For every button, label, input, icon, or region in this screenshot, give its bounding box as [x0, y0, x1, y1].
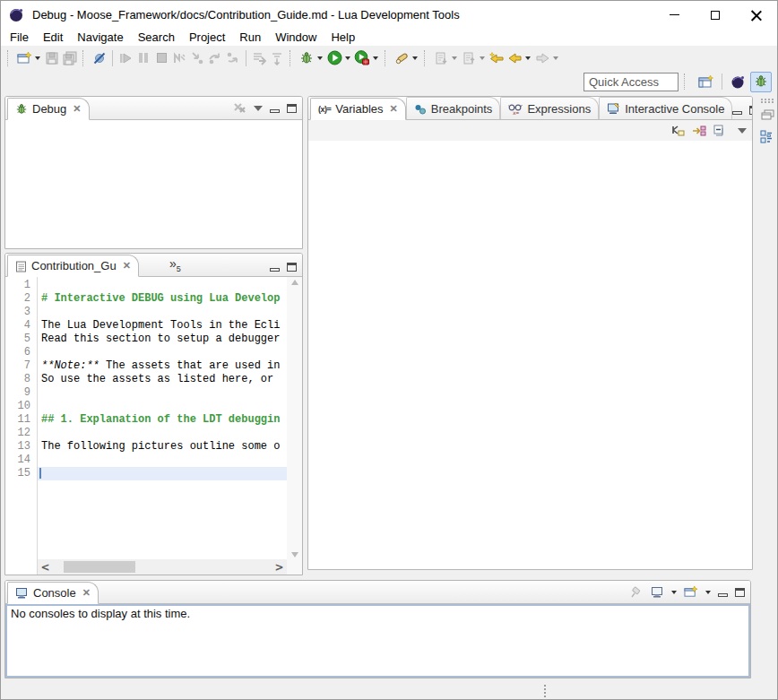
use-step-filters-button[interactable]: [268, 48, 286, 68]
save-button[interactable]: [43, 48, 61, 68]
forward-button[interactable]: [533, 48, 551, 68]
tab-editor-close-icon[interactable]: ✕: [121, 260, 131, 272]
forward-dropdown-caret[interactable]: [553, 56, 558, 60]
coverage-dropdown-caret[interactable]: [373, 56, 378, 60]
window-close-icon[interactable]: [736, 1, 777, 29]
next-annotation-dropdown-caret[interactable]: [452, 56, 457, 60]
menu-run[interactable]: Run: [232, 30, 268, 44]
editor-vertical-scrollbar[interactable]: [287, 277, 302, 575]
display-console-dropdown-caret[interactable]: [671, 591, 677, 594]
editor-text-area[interactable]: # Interactive DEBUG using Lua DevelopThe…: [38, 277, 287, 559]
restore-views-icon[interactable]: [761, 109, 774, 121]
terminate-button[interactable]: [152, 48, 170, 68]
menu-file[interactable]: File: [3, 30, 36, 44]
step-into-button[interactable]: [188, 48, 206, 68]
tab-interactive-console[interactable]: Interactive Console: [599, 97, 732, 119]
menu-project[interactable]: Project: [182, 30, 232, 44]
window-maximize-icon[interactable]: [695, 1, 736, 29]
last-edit-location-icon: [488, 51, 505, 65]
tab-variables[interactable]: (x)= Variables ✕: [310, 98, 406, 120]
external-tools-button[interactable]: [393, 48, 411, 68]
new-dropdown-caret[interactable]: [35, 56, 40, 60]
step-return-button[interactable]: [224, 48, 242, 68]
debug-button[interactable]: [298, 48, 316, 68]
drop-to-frame-button[interactable]: [250, 48, 268, 68]
variables-view-content[interactable]: [308, 141, 752, 569]
next-annotation-button[interactable]: [432, 48, 450, 68]
display-selected-console-icon[interactable]: [651, 586, 664, 599]
save-all-button[interactable]: [61, 48, 79, 68]
menu-window[interactable]: Window: [268, 30, 324, 44]
open-console-dropdown-caret[interactable]: [705, 591, 711, 594]
menu-navigate[interactable]: Navigate: [70, 30, 130, 44]
horizontal-scrollbar-thumb[interactable]: [64, 561, 135, 573]
console-content[interactable]: No consoles to display at this time.: [5, 604, 750, 678]
console-minimize-icon[interactable]: [718, 593, 728, 597]
debug-minimize-icon[interactable]: [270, 109, 280, 113]
menu-help[interactable]: Help: [324, 30, 362, 44]
status-bar-handle[interactable]: [544, 685, 546, 687]
scroll-left-icon[interactable]: <: [38, 561, 53, 574]
tab-breakpoints[interactable]: Breakpoints: [406, 97, 501, 119]
editor-minimize-icon[interactable]: [270, 268, 280, 272]
debug-view-content[interactable]: [5, 120, 302, 248]
collapse-all-icon[interactable]: [713, 124, 726, 137]
disconnect-button[interactable]: [170, 48, 188, 68]
editor-maximize-icon[interactable]: [287, 263, 297, 272]
remove-all-terminated-icon[interactable]: [233, 102, 246, 115]
open-perspective-button[interactable]: [696, 72, 717, 92]
menu-edit[interactable]: Edit: [36, 30, 70, 44]
suspend-button[interactable]: [134, 48, 152, 68]
line-number: 11: [5, 413, 37, 427]
previous-annotation-dropdown-caret[interactable]: [480, 56, 485, 60]
minimized-views-strip: [758, 96, 776, 571]
scroll-up-icon[interactable]: [291, 280, 298, 285]
debug-bug-icon: [299, 51, 314, 65]
new-button[interactable]: [15, 48, 33, 68]
step-over-button[interactable]: [206, 48, 224, 68]
console-maximize-icon[interactable]: [735, 588, 745, 597]
show-logical-structures-icon[interactable]: [692, 124, 706, 137]
tab-debug-close-icon[interactable]: ✕: [71, 103, 81, 115]
toolbar-separator: [7, 50, 13, 66]
strip-drag-handle[interactable]: [761, 99, 763, 100]
tab-expressions[interactable]: x= Expressions: [500, 97, 599, 119]
skip-all-breakpoints-button[interactable]: [91, 48, 108, 68]
external-tools-dropdown-caret[interactable]: [412, 56, 418, 60]
scroll-right-icon[interactable]: >: [272, 561, 287, 574]
last-edit-location-button[interactable]: [488, 48, 506, 68]
pin-console-icon[interactable]: [630, 586, 644, 599]
debug-dropdown-caret[interactable]: [317, 56, 323, 60]
tab-console-close-icon[interactable]: ✕: [81, 587, 91, 599]
show-type-names-icon[interactable]: [671, 124, 686, 137]
run-button[interactable]: [325, 48, 343, 68]
next-annotation-icon: [434, 51, 448, 65]
variables-view-menu-icon[interactable]: [738, 128, 747, 134]
back-button[interactable]: [506, 48, 523, 68]
previous-annotation-button[interactable]: [460, 48, 478, 68]
open-console-icon[interactable]: [684, 585, 698, 599]
outline-view-icon[interactable]: [760, 130, 774, 144]
tab-debug[interactable]: Debug ✕: [7, 98, 90, 120]
tab-console[interactable]: Console ✕: [7, 582, 99, 604]
tab-editor-contribution-guide[interactable]: Contribution_Gu ✕: [7, 255, 139, 277]
quick-access-input[interactable]: [584, 73, 679, 91]
lua-perspective-button[interactable]: [727, 72, 748, 92]
tab-variables-close-icon[interactable]: ✕: [388, 103, 398, 115]
drop-to-frame-icon: [252, 51, 267, 65]
hidden-editors-chevron[interactable]: »5: [169, 256, 181, 273]
debug-maximize-icon[interactable]: [287, 104, 297, 113]
scroll-down-icon[interactable]: [291, 552, 298, 557]
coverage-button[interactable]: [353, 48, 371, 68]
back-dropdown-caret[interactable]: [525, 56, 531, 60]
resume-button[interactable]: [117, 48, 134, 68]
variables-maximize-icon[interactable]: [749, 106, 753, 115]
window-minimize-icon[interactable]: [653, 1, 695, 29]
variables-minimize-icon[interactable]: [732, 111, 742, 115]
run-dropdown-caret[interactable]: [345, 56, 350, 60]
menu-search[interactable]: Search: [131, 30, 182, 44]
editor-horizontal-scrollbar[interactable]: < >: [38, 559, 287, 575]
use-step-filters-icon: [270, 51, 285, 65]
debug-view-menu-icon[interactable]: [254, 106, 263, 111]
debug-perspective-button[interactable]: [750, 72, 772, 92]
